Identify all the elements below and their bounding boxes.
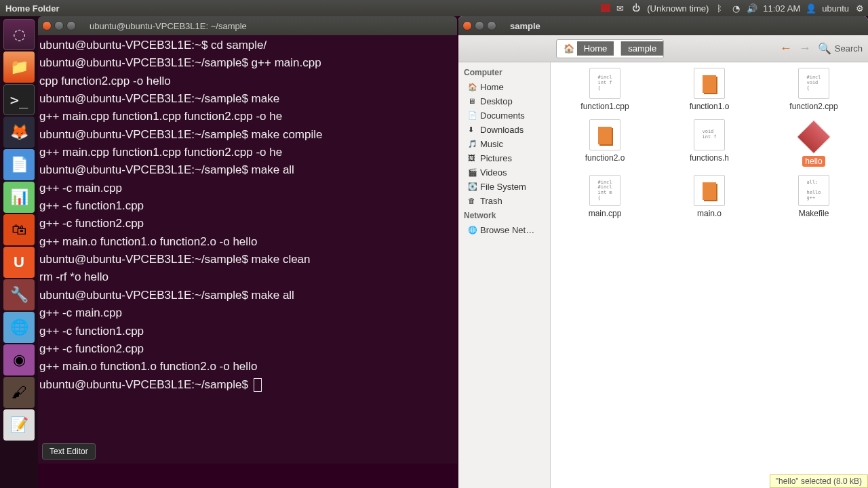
sidebar-item-desktop[interactable]: 🖥Desktop xyxy=(458,94,550,108)
breadcrumb[interactable]: 🏠 Home sample xyxy=(556,39,664,58)
fm-close-button[interactable] xyxy=(462,21,472,30)
terminal-close-button[interactable] xyxy=(42,21,52,30)
terminal-title: ubuntu@ubuntu-VPCEB3L1E: ~/sample xyxy=(80,21,247,31)
file-icon: all: hello g++ xyxy=(798,175,829,206)
search-label[interactable]: Search xyxy=(835,43,863,54)
status-bar: "hello" selected (8.0 kB) xyxy=(770,474,868,488)
file-label: hello xyxy=(802,156,825,167)
terminal-minimize-button[interactable] xyxy=(54,21,64,30)
terminal-output[interactable]: ubuntu@ubuntu-VPCEB3L1E:~$ cd sample/ubu… xyxy=(38,35,457,395)
file-function2-o[interactable]: function2.o xyxy=(556,119,654,167)
sidebar-item-trash[interactable]: 🗑Trash xyxy=(458,194,550,208)
nav-forward-button[interactable]: → xyxy=(797,41,813,57)
launcher-terminal[interactable]: >_ xyxy=(3,84,35,115)
file-icon xyxy=(694,68,725,99)
wifi-icon[interactable]: ◔ xyxy=(729,1,743,15)
sidebar-header-network: Network xyxy=(458,208,550,223)
launcher-files[interactable]: 📁 xyxy=(3,52,35,83)
fm-content-area[interactable]: #incl int f {function1.cppfunction1.o#in… xyxy=(551,62,868,488)
file-label: function2.o xyxy=(585,153,625,163)
file-icon: #incl #incl int m { xyxy=(589,175,620,206)
sidebar-item-downloads[interactable]: ⬇Downloads xyxy=(458,123,550,137)
unity-launcher: ◌ 📁 >_ 🦊 📄 📊 🛍 U 🔧 🌐 ◉ 🖌 📝 xyxy=(0,16,38,488)
volume-icon[interactable]: 🔊 xyxy=(745,1,759,15)
launcher-gedit[interactable]: 📝 xyxy=(3,409,35,441)
dash-button[interactable]: ◌ xyxy=(3,19,35,50)
file-icon: #incl void { xyxy=(798,68,829,99)
bluetooth-icon[interactable]: ᛒ xyxy=(713,1,726,15)
sidebar-item-home[interactable]: 🏠Home xyxy=(458,80,550,94)
launcher-ubuntu-one[interactable]: U xyxy=(3,247,35,278)
launcher-settings[interactable]: 🔧 xyxy=(3,279,35,310)
file-icon xyxy=(694,175,725,206)
file-icon: #incl int f { xyxy=(589,68,620,99)
sidebar-browse-network[interactable]: 🌐Browse Net… xyxy=(458,223,550,237)
file-function1-o[interactable]: function1.o xyxy=(660,68,758,111)
launcher-chromium[interactable]: 🌐 xyxy=(3,312,35,343)
file-manager-titlebar[interactable]: sample xyxy=(458,16,868,35)
sidebar-header-computer: Computer xyxy=(458,65,550,80)
file-icon xyxy=(589,119,620,150)
breadcrumb-current[interactable]: sample xyxy=(621,41,663,56)
sidebar-item-pictures[interactable]: 🖼Pictures xyxy=(458,151,550,165)
sidebar-item-file-system[interactable]: 💽File System xyxy=(458,180,550,194)
file-label: Makefile xyxy=(799,209,829,218)
launcher-screenrec[interactable]: ◉ xyxy=(3,344,35,375)
power-icon[interactable]: ⏻ xyxy=(629,1,643,15)
clock-label[interactable]: 11:02 AM xyxy=(760,3,803,14)
file-Makefile[interactable]: all: hello g++ Makefile xyxy=(765,175,863,218)
breadcrumb-home[interactable]: 🏠 Home xyxy=(557,41,621,56)
file-icon: void int f xyxy=(694,119,725,150)
file-main-o[interactable]: main.o xyxy=(660,175,758,218)
fm-maximize-button[interactable] xyxy=(487,21,496,30)
battery-critical-icon[interactable] xyxy=(601,4,610,12)
fm-toolbar: 🏠 Home sample ← → 🔍 Search xyxy=(458,35,868,62)
file-function2-cpp[interactable]: #incl void {function2.cpp xyxy=(765,68,863,111)
mail-icon[interactable]: ✉ xyxy=(613,1,627,15)
sidebar-item-documents[interactable]: 📄Documents xyxy=(458,108,550,123)
user-icon[interactable]: 👤 xyxy=(804,1,818,15)
sidebar-item-music[interactable]: 🎵Music xyxy=(458,137,550,151)
file-functions-h[interactable]: void int f functions.h xyxy=(660,119,758,167)
file-label: main.cpp xyxy=(589,209,622,218)
launcher-writer[interactable]: 📄 xyxy=(3,149,35,180)
launcher-software-center[interactable]: 🛍 xyxy=(3,214,35,245)
fm-sidebar: Computer 🏠Home🖥Desktop📄Documents⬇Downloa… xyxy=(458,62,551,488)
file-label: function1.o xyxy=(690,102,730,111)
search-icon[interactable]: 🔍 xyxy=(817,41,832,56)
file-label: functions.h xyxy=(690,153,729,163)
fm-minimize-button[interactable] xyxy=(475,21,484,30)
nav-back-button[interactable]: ← xyxy=(778,41,794,57)
file-label: function1.cpp xyxy=(580,102,629,111)
sidebar-item-videos[interactable]: 🎬Videos xyxy=(458,165,550,180)
launcher-firefox[interactable]: 🦊 xyxy=(3,117,35,148)
top-menu-bar: Home Folder ✉ ⏻ (Unknown time) ᛒ ◔ 🔊 11:… xyxy=(0,0,868,16)
file-main-cpp[interactable]: #incl #incl int m {main.cpp xyxy=(556,175,654,218)
window-title: Home Folder xyxy=(0,3,64,14)
terminal-window: ubuntu@ubuntu-VPCEB3L1E: ~/sample ubuntu… xyxy=(38,16,457,464)
file-hello[interactable]: hello xyxy=(765,119,863,167)
file-label: function2.cpp xyxy=(789,102,837,111)
file-icon xyxy=(797,120,831,155)
launcher-tooltip: Text Editor xyxy=(42,443,96,460)
file-label: main.o xyxy=(697,209,722,218)
launcher-gimp[interactable]: 🖌 xyxy=(3,377,35,408)
fm-title-text: sample xyxy=(500,21,540,31)
session-gear-icon[interactable]: ⚙ xyxy=(853,1,867,15)
user-label[interactable]: ubuntu xyxy=(819,3,852,14)
terminal-maximize-button[interactable] xyxy=(66,21,76,30)
terminal-titlebar[interactable]: ubuntu@ubuntu-VPCEB3L1E: ~/sample xyxy=(38,16,457,35)
file-function1-cpp[interactable]: #incl int f {function1.cpp xyxy=(556,68,654,111)
file-manager-window: sample 🏠 Home sample ← → 🔍 Search Comput… xyxy=(458,16,868,488)
launcher-calc[interactable]: 📊 xyxy=(3,182,35,213)
time-unknown-label: (Unknown time) xyxy=(644,3,711,14)
